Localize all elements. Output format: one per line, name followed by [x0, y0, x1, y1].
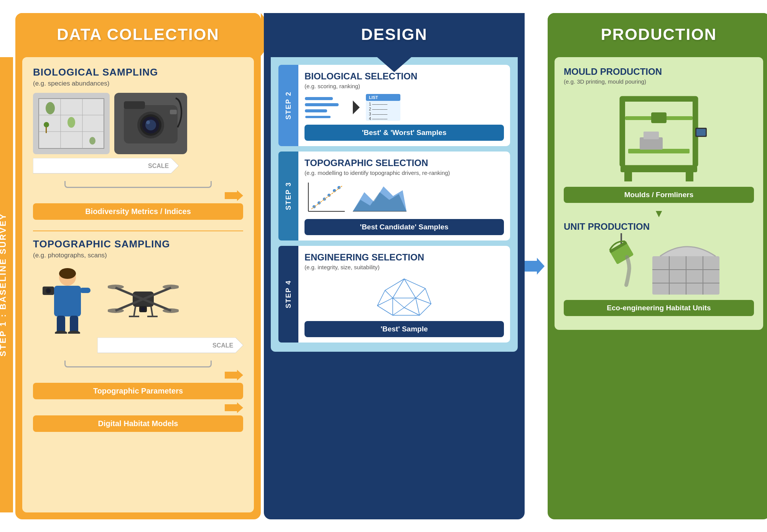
svg-point-41 [163, 308, 179, 313]
svg-rect-11 [124, 101, 145, 109]
svg-point-31 [55, 331, 67, 334]
svg-rect-29 [57, 316, 65, 333]
svg-rect-92 [621, 97, 625, 166]
bio-selection-subtitle: (e.g. scoring, ranking) [304, 83, 504, 89]
camera-illustration [114, 93, 187, 154]
svg-text:2  ————: 2 ———— [369, 107, 387, 111]
svg-marker-20 [225, 190, 243, 201]
svg-point-7 [89, 137, 95, 145]
unit-production-title: UNIT PRODUCTION [564, 221, 754, 232]
svg-point-16 [146, 120, 150, 124]
svg-rect-100 [621, 166, 697, 172]
svg-line-45 [151, 307, 153, 316]
svg-point-40 [108, 308, 124, 313]
svg-rect-94 [621, 97, 697, 102]
mould-production-subtitle: (e.g. 3D printing, mould pouring) [564, 78, 754, 85]
design-step4-section: STEP 4 ENGINEERING SELECTION (e.g. integ… [278, 246, 510, 343]
svg-line-77 [393, 279, 404, 298]
bio-selection-icons: LIST 1 ———— 2 ———— 3 ———— 4 ———— [304, 94, 504, 121]
topo-badge1: Topographic Parameters [33, 383, 243, 399]
production-down-arrow: ▼ [564, 208, 754, 220]
bio-selection-title: BIOLOGICAL SELECTION [304, 71, 504, 82]
svg-rect-102 [686, 172, 693, 181]
svg-point-43 [141, 307, 145, 311]
svg-marker-76 [377, 279, 431, 315]
production-title: PRODUCTION [601, 25, 717, 44]
design-inner: STEP 2 BIOLOGICAL SELECTION (e.g. scorin… [271, 57, 518, 352]
step2-label: STEP 2 [285, 91, 293, 120]
design-column: DESIGN STEP 2 BIOLOGICAL SELECTION (e.g.… [264, 13, 525, 519]
svg-text:SCALE: SCALE [148, 163, 169, 169]
topo-bracket [64, 361, 212, 367]
eng-selection-badge: 'Best' Sample [304, 321, 504, 337]
production-column: PRODUCTION STEP 5 : MANUFACTURE MOULD PR… [548, 13, 767, 519]
drone-illustration [107, 265, 179, 334]
topo-selection-title: TOPOGRAPHIC SELECTION [304, 158, 504, 168]
bio-badge: Biodiversity Metrics / Indices [33, 203, 243, 220]
eng-selection-icon [304, 275, 504, 317]
svg-point-22 [59, 268, 76, 279]
data-collection-column: DATA COLLECTION STEP 1 : BASELINE SURVEY… [15, 13, 261, 519]
step1-label: STEP 1 : BASELINE SURVEY [0, 57, 13, 512]
svg-line-79 [385, 290, 393, 298]
svg-line-80 [416, 288, 425, 298]
svg-point-28 [47, 289, 50, 292]
bio-selection-badge: 'Best' & 'Worst' Samples [304, 125, 504, 141]
svg-marker-90 [525, 258, 545, 275]
data-collection-inner: BIOLOGICAL SAMPLING (e.g. species abunda… [22, 57, 254, 512]
svg-rect-17 [170, 110, 177, 114]
svg-point-5 [46, 102, 55, 114]
svg-text:1  ————: 1 ———— [369, 102, 387, 106]
3d-printer-illustration [564, 89, 754, 181]
svg-point-32 [68, 331, 80, 334]
topo-arrow1 [33, 370, 243, 380]
unit-production-section: UNIT PRODUCTION [564, 221, 754, 319]
svg-line-89 [393, 298, 404, 308]
bio-sampling-section: BIOLOGICAL SAMPLING (e.g. species abunda… [33, 66, 243, 224]
svg-marker-74 [353, 192, 407, 211]
quadrat-illustration [33, 93, 110, 154]
bio-bracket [64, 181, 212, 188]
topo-selection-icons [304, 181, 504, 215]
production-inner: MOULD PRODUCTION (e.g. 3D printing, moul… [555, 57, 763, 330]
design-step3-section: STEP 3 TOPOGRAPHIC SELECTION (e.g. model… [278, 152, 510, 240]
svg-line-87 [404, 308, 420, 315]
topo-illustration-row [33, 265, 243, 334]
svg-point-6 [67, 117, 75, 128]
svg-marker-56 [353, 100, 360, 114]
svg-point-39 [163, 285, 179, 289]
bio-illustration-row [33, 93, 243, 154]
step4-tab: STEP 4 [278, 246, 298, 343]
svg-rect-91 [621, 97, 697, 166]
svg-text:3  ————: 3 ———— [369, 112, 387, 116]
svg-text:LIST: LIST [369, 95, 378, 100]
svg-line-72 [311, 186, 342, 209]
svg-rect-104 [696, 129, 706, 136]
svg-text:4  ————: 4 ———— [369, 117, 387, 121]
unit-badge: Eco-engineering Habitat Units [564, 300, 754, 316]
bio-scale: SCALE [33, 158, 243, 176]
design-to-production-arrow [525, 258, 545, 275]
svg-text:SCALE: SCALE [212, 342, 234, 349]
step4-label: STEP 4 [285, 280, 293, 308]
svg-rect-23 [54, 286, 81, 316]
topo-badge2: Digital Habitat Models [33, 415, 243, 432]
topo-scale: SCALE [33, 338, 243, 355]
person-camera-illustration [33, 265, 102, 334]
svg-line-85 [416, 298, 420, 315]
bio-sampling-subtitle: (e.g. species abundances) [33, 80, 243, 87]
step2-tab: STEP 2 [278, 65, 298, 146]
svg-rect-25 [80, 288, 91, 293]
svg-rect-30 [70, 316, 78, 333]
design-title: DESIGN [361, 25, 427, 44]
topo-sampling-title: TOPOGRAPHIC SAMPLING [33, 238, 243, 250]
step4-content: ENGINEERING SELECTION (e.g. integrity, s… [298, 246, 510, 343]
svg-point-38 [108, 285, 124, 289]
topo-sampling-section: TOPOGRAPHIC SAMPLING (e.g. photographs, … [33, 238, 243, 436]
step3-label: STEP 3 [285, 182, 293, 210]
main-container: DATA COLLECTION STEP 1 : BASELINE SURVEY… [15, 13, 752, 519]
svg-line-44 [134, 307, 135, 316]
mould-production-section: MOULD PRODUCTION (e.g. 3D printing, moul… [564, 66, 754, 206]
data-collection-header: DATA COLLECTION [15, 13, 261, 56]
svg-point-9 [44, 122, 49, 127]
